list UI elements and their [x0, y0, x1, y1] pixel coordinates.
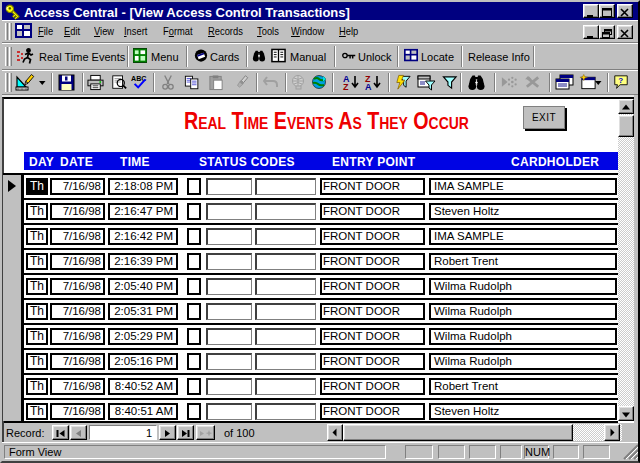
- svg-text:A: A: [365, 82, 372, 91]
- svg-text:?: ?: [618, 76, 623, 85]
- svg-text:Z: Z: [343, 82, 349, 91]
